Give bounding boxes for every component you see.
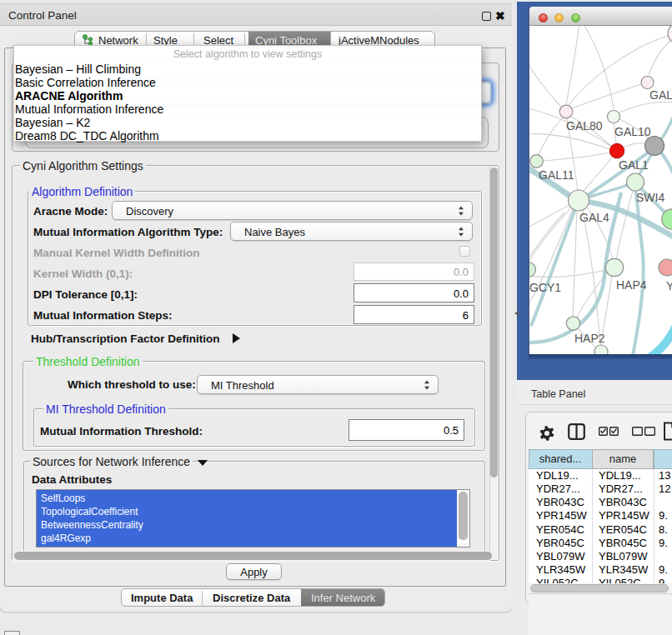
svg-text:GAL11: GAL11 — [539, 168, 574, 182]
svg-text:GAL2: GAL2 — [649, 88, 672, 102]
svg-text:GAL80: GAL80 — [566, 119, 603, 132]
svg-text:HAP4: HAP4 — [616, 278, 647, 292]
svg-text:GAL10: GAL10 — [614, 125, 651, 138]
svg-text:HAP2: HAP2 — [574, 332, 605, 345]
svg-text:GCY1: GCY1 — [529, 281, 561, 294]
svg-text:GAL1: GAL1 — [619, 158, 649, 172]
svg-text:YJL2: YJL2 — [666, 279, 672, 292]
svg-text:SWI4: SWI4 — [636, 191, 664, 204]
svg-text:GAL4: GAL4 — [579, 211, 609, 224]
